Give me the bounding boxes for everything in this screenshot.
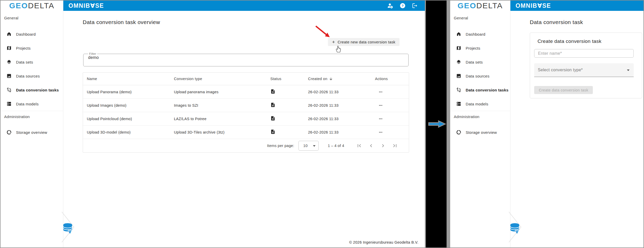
create-task-submit-button[interactable]: Create data conversion task xyxy=(534,86,593,94)
row-actions-menu-button[interactable] xyxy=(377,115,384,122)
page-range-label: 1 – 4 of 4 xyxy=(328,144,344,148)
row-actions-menu-button[interactable] xyxy=(377,88,384,96)
document-status-icon xyxy=(270,89,275,94)
items-per-page-select[interactable]: 10 xyxy=(298,141,319,151)
sidebar-item-label: Data sets xyxy=(16,60,33,64)
layers-icon xyxy=(456,59,461,65)
home-icon xyxy=(6,32,12,37)
first-page-button[interactable] xyxy=(356,143,362,149)
task-name: Upload Pointcloud (demo) xyxy=(83,117,174,121)
sidebar-item-label: Projects xyxy=(466,46,480,50)
tasks-table: Name Conversion type Status Created on A… xyxy=(83,72,409,153)
dropdown-arrow-icon xyxy=(627,69,630,71)
items-per-page-label: Items per page: xyxy=(267,144,294,148)
more-horiz-icon xyxy=(379,130,383,135)
task-created-on: 26-02-2026 11:33 xyxy=(308,117,375,121)
chevron-right-icon xyxy=(380,143,386,149)
dns-icon xyxy=(456,101,461,106)
geodelta-logo: GEODELTA xyxy=(450,1,510,11)
omnibase-logo: OMNIB∀SE xyxy=(63,2,104,9)
sidebar-item-data-models[interactable]: Data models xyxy=(1,97,63,111)
row-actions-menu-button[interactable] xyxy=(377,102,384,109)
create-task-content: Data conversion task Create data convers… xyxy=(510,11,643,247)
screenshot-divider xyxy=(425,1,450,247)
document-status-icon xyxy=(270,129,275,134)
table-pagination: Items per page: 10 1 – 4 of 4 xyxy=(83,139,409,152)
home-icon xyxy=(456,32,461,37)
previous-page-button[interactable] xyxy=(368,143,374,149)
column-header-status[interactable]: Status xyxy=(270,77,308,81)
last-page-icon xyxy=(392,143,398,149)
sidebar-item-label: Dashboard xyxy=(466,32,485,36)
image-icon xyxy=(456,73,461,79)
overview-content: Data conversion task overview + Create n… xyxy=(63,11,425,247)
manage-accounts-icon[interactable] xyxy=(387,3,394,9)
sidebar-divider xyxy=(450,111,510,111)
sidebar-divider xyxy=(1,111,63,111)
create-button-label: Create new data conversion task xyxy=(338,40,395,44)
table-row: Upload Panorama (demo) Upload panorama i… xyxy=(83,85,409,99)
topbar: OMNIB∀SE ? xyxy=(63,1,425,11)
overview-screen: GEODELTA General Dashboard Projects Data… xyxy=(1,1,425,247)
sidebar-item-data-sources[interactable]: Data sources xyxy=(1,69,63,83)
data-usage-icon xyxy=(6,130,12,135)
sidebar-item-data-models[interactable]: Data models xyxy=(450,97,510,111)
transform-icon xyxy=(456,87,461,92)
sidebar-item-projects[interactable]: Projects xyxy=(1,41,63,55)
column-header-name[interactable]: Name xyxy=(83,77,174,81)
sidebar-item-dashboard[interactable]: Dashboard xyxy=(450,27,510,41)
sidebar-item-projects[interactable]: Projects xyxy=(450,41,510,55)
blue-transition-arrow-icon xyxy=(428,120,446,128)
task-created-on: 26-02-2026 11:33 xyxy=(308,130,375,134)
sidebar-item-data-sets[interactable]: Data sets xyxy=(450,55,510,69)
sidebar-item-data-conversion-tasks[interactable]: Data conversion tasks xyxy=(1,83,63,97)
task-conversion-type: Images to SZI xyxy=(174,103,270,107)
logout-icon[interactable] xyxy=(412,3,418,9)
task-name-input[interactable] xyxy=(534,49,634,58)
next-page-button[interactable] xyxy=(380,143,386,149)
chevron-left-icon xyxy=(368,143,374,149)
sidebar-item-label: Dashboard xyxy=(16,32,36,36)
sidebar-item-dashboard[interactable]: Dashboard xyxy=(1,27,63,41)
more-horiz-icon xyxy=(379,89,383,95)
plus-icon: + xyxy=(332,40,335,44)
create-new-data-conversion-task-button[interactable]: + Create new data conversion task xyxy=(328,38,400,46)
column-header-created-on[interactable]: Created on xyxy=(308,77,375,81)
sidebar-item-label: Data models xyxy=(16,102,39,106)
filter-input[interactable] xyxy=(88,55,391,60)
row-actions-menu-button[interactable] xyxy=(377,129,384,136)
task-name: Upload Panorama (demo) xyxy=(83,90,174,94)
sidebar-item-storage-overview[interactable]: Storage overview xyxy=(450,125,510,139)
task-conversion-type: LAZ/LAS to Potree xyxy=(174,117,270,121)
sidebar-item-data-sources[interactable]: Data sources xyxy=(450,69,510,83)
task-name: Upload Images (demo) xyxy=(83,103,174,107)
sidebar: GEODELTA General Dashboard Projects Data… xyxy=(1,1,63,247)
task-name: Upload 3D-model (demo) xyxy=(83,130,174,134)
sidebar-item-storage-overview[interactable]: Storage overview xyxy=(1,125,63,139)
sidebar-item-label: Data sources xyxy=(16,74,40,78)
copyright-footer: © 2026 Ingenieursbureau Geodelta B.V. xyxy=(349,240,418,244)
task-created-on: 26-02-2026 11:33 xyxy=(308,103,375,107)
sidebar-item-label: Projects xyxy=(16,46,31,50)
task-created-on: 26-02-2026 11:33 xyxy=(308,90,375,94)
document-status-icon xyxy=(270,102,275,107)
omnibase-logo: OMNIB∀SE xyxy=(510,2,551,9)
document-status-icon xyxy=(270,116,275,121)
more-horiz-icon xyxy=(379,116,383,121)
sidebar-item-data-conversion-tasks[interactable]: Data conversion tasks xyxy=(450,83,510,97)
page-title: Data conversion task overview xyxy=(83,19,409,25)
sidebar-section-general: General xyxy=(454,16,510,21)
first-page-icon xyxy=(356,143,362,149)
sidebar-item-label: Storage overview xyxy=(16,130,47,135)
task-conversion-type: Upload 3D-Tiles archive (3tz) xyxy=(174,130,270,134)
topbar: OMNIB∀SE xyxy=(510,1,643,11)
dropdown-arrow-icon xyxy=(313,145,316,147)
sidebar-section-administration: Administration xyxy=(4,114,63,119)
last-page-button[interactable] xyxy=(392,143,398,149)
sidebar-item-label: Data conversion tasks xyxy=(16,88,59,92)
task-conversion-type: Upload panorama images xyxy=(174,90,270,94)
conversion-type-select[interactable]: Select conversion type* xyxy=(534,63,634,77)
help-icon[interactable]: ? xyxy=(400,3,406,9)
column-header-conversion-type[interactable]: Conversion type xyxy=(174,77,270,81)
sidebar-item-data-sets[interactable]: Data sets xyxy=(1,55,63,69)
